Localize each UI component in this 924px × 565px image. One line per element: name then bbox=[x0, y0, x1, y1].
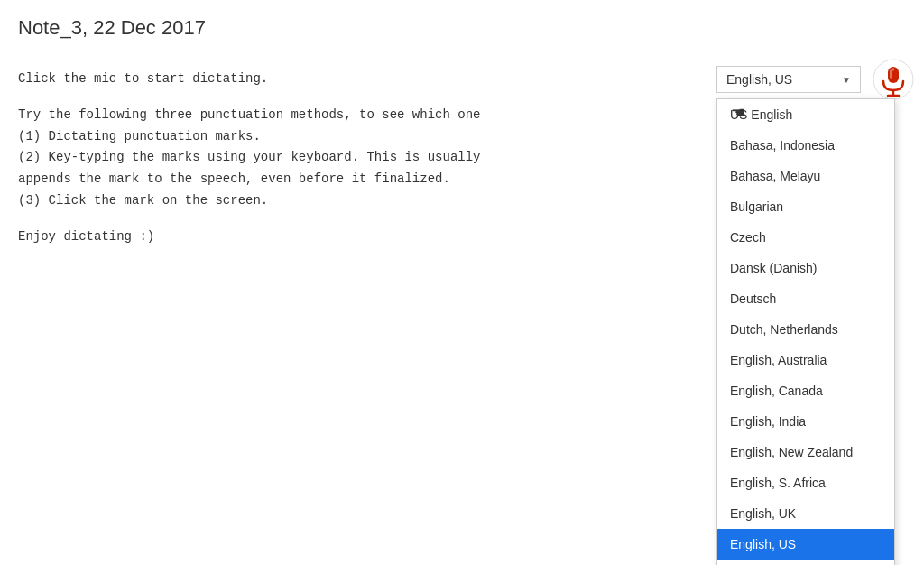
dropdown-item[interactable]: español, Argentina bbox=[717, 560, 894, 565]
dropdown-item[interactable]: Dutch, Netherlands bbox=[717, 314, 894, 345]
language-dropdown[interactable]: US EnglishBahasa, IndonesiaBahasa, Melay… bbox=[716, 98, 895, 565]
dropdown-item[interactable]: English, India bbox=[717, 406, 894, 437]
dropdown-item[interactable]: Bulgarian bbox=[717, 191, 894, 222]
dropdown-item[interactable]: Dansk (Danish) bbox=[717, 253, 894, 283]
dropdown-item[interactable]: English, S. Africa bbox=[717, 468, 894, 498]
dropdown-item[interactable]: Czech bbox=[717, 222, 894, 253]
language-select-label: English, US bbox=[726, 72, 792, 87]
dropdown-item[interactable]: English, Australia bbox=[717, 345, 894, 375]
dropdown-item[interactable]: English, New Zealand bbox=[717, 437, 894, 468]
mic-button[interactable] bbox=[872, 58, 915, 101]
dropdown-item[interactable]: Deutsch bbox=[717, 283, 894, 314]
language-select-button[interactable]: English, US ▼ bbox=[716, 66, 861, 93]
page-title: Note_3, 22 Dec 2017 bbox=[0, 0, 924, 51]
dropdown-item[interactable]: Bahasa, Indonesia bbox=[717, 130, 894, 161]
cursor-hand-icon: ☛ bbox=[731, 103, 745, 123]
toolbar-row: English, US ▼ US EnglishBahasa, Indonesi… bbox=[635, 51, 924, 101]
toolbar-area: English, US ▼ US EnglishBahasa, Indonesi… bbox=[635, 51, 924, 101]
language-select-wrapper[interactable]: English, US ▼ US EnglishBahasa, Indonesi… bbox=[716, 66, 861, 93]
dropdown-item[interactable]: English, UK bbox=[717, 498, 894, 529]
dropdown-item[interactable]: English, Canada bbox=[717, 375, 894, 406]
dropdown-item[interactable]: Bahasa, Melayu bbox=[717, 161, 894, 191]
dropdown-item[interactable]: English, US bbox=[717, 529, 894, 560]
chevron-down-icon: ▼ bbox=[842, 75, 851, 85]
